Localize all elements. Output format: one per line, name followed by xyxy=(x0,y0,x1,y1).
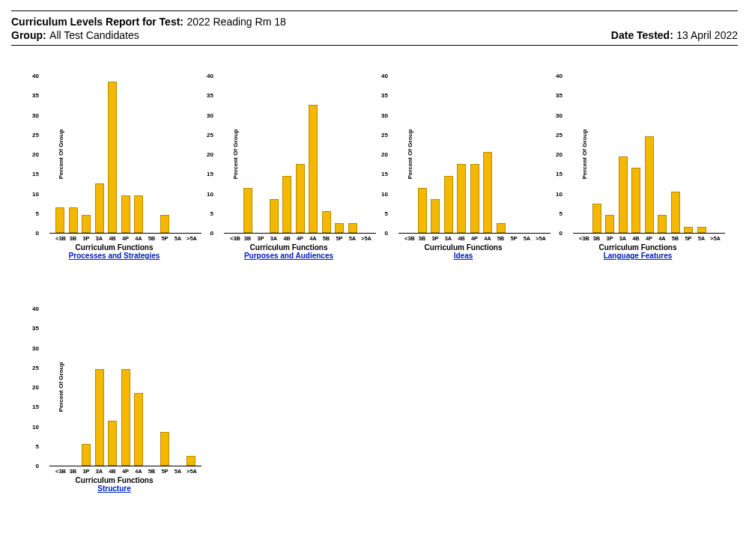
charts-row-2: Percent Of Group0510152025303540<3B3B3P3… xyxy=(30,308,738,493)
bar xyxy=(322,211,331,233)
x-tick: 5B xyxy=(497,235,506,242)
bar xyxy=(309,105,318,233)
x-tick: 3A xyxy=(270,235,279,242)
x-tick: 5A xyxy=(174,235,183,242)
x-tick: 4P xyxy=(121,235,130,242)
bar xyxy=(160,432,169,466)
chart-plot: Percent Of Group0510152025303540 xyxy=(401,76,548,234)
x-ticks: <3B3B3P3A4B4P4A5B5P5A>5A xyxy=(576,234,722,242)
bar xyxy=(187,456,195,466)
bar xyxy=(134,195,143,233)
y-tick: 15 xyxy=(27,404,39,410)
y-tick: 10 xyxy=(201,190,213,197)
chart-block: Percent Of Group0510152025303540<3B3B3P3… xyxy=(379,76,548,260)
chart-block: Percent Of Group0510152025303540<3B3B3P3… xyxy=(30,76,198,260)
chart-plot: Percent Of Group0510152025303540 xyxy=(52,76,198,234)
bars xyxy=(579,76,719,233)
bar xyxy=(160,215,169,233)
y-tick: 20 xyxy=(27,384,39,391)
x-tick: 5A xyxy=(348,235,357,242)
y-tick: 15 xyxy=(27,171,39,177)
chart-xlabel: Curriculum Functions xyxy=(204,243,373,252)
bar xyxy=(483,152,492,233)
bar xyxy=(497,223,506,233)
x-tick: 4B xyxy=(108,468,117,475)
x-tick: 5A xyxy=(697,235,706,242)
x-tick: >5A xyxy=(536,235,545,242)
x-tick: <3B xyxy=(230,235,239,242)
group-label: Group: xyxy=(11,29,46,41)
chart-block: Percent Of Group0510152025303540<3B3B3P3… xyxy=(554,76,722,260)
bar xyxy=(457,164,466,233)
bar xyxy=(134,393,143,466)
y-tick: 0 xyxy=(376,230,388,237)
bar xyxy=(82,444,91,466)
y-tick: 20 xyxy=(551,151,562,158)
y-tick: 15 xyxy=(201,171,213,177)
chart-block: Percent Of Group0510152025303540<3B3B3P3… xyxy=(204,76,373,260)
bar xyxy=(121,369,130,466)
chart-function-link[interactable]: Processes and Strategies xyxy=(30,252,198,260)
chart-function-link[interactable]: Language Features xyxy=(554,252,722,260)
x-tick: 3P xyxy=(256,235,265,242)
bar xyxy=(108,82,117,233)
bar xyxy=(82,215,91,233)
x-tick: 5A xyxy=(174,468,183,475)
chart-function-link[interactable]: Structure xyxy=(30,484,198,493)
y-tick: 25 xyxy=(27,364,39,371)
x-tick: >5A xyxy=(187,235,195,242)
y-tick: 10 xyxy=(27,190,39,197)
x-tick: 5P xyxy=(684,235,693,242)
y-tick: 30 xyxy=(201,112,213,118)
y-tick: 25 xyxy=(376,131,388,138)
x-tick: >5A xyxy=(710,235,719,242)
y-tick: 0 xyxy=(27,463,39,469)
title-value: 2022 Reading Rm 18 xyxy=(187,16,285,28)
x-tick: 3P xyxy=(82,235,91,242)
chart-xlabel: Curriculum Functions xyxy=(30,243,198,252)
x-tick: 3A xyxy=(444,235,453,242)
y-tick: 40 xyxy=(201,73,213,79)
y-tick: 20 xyxy=(376,151,388,158)
y-tick: 30 xyxy=(27,344,39,351)
y-tick: 30 xyxy=(27,112,39,118)
y-tick: 15 xyxy=(376,171,388,177)
bar xyxy=(671,192,680,233)
chart-function-link[interactable]: Ideas xyxy=(379,252,548,260)
y-tick: 5 xyxy=(376,210,388,216)
charts-grid: Percent Of Group0510152025303540<3B3B3P3… xyxy=(30,76,738,493)
y-tick: 35 xyxy=(376,92,388,99)
y-tick: 40 xyxy=(551,73,562,79)
bar xyxy=(243,188,252,233)
chart-plot: Percent Of Group0510152025303540 xyxy=(227,76,373,234)
bar xyxy=(335,223,344,233)
bar xyxy=(121,195,130,233)
title-label: Curriculum Levels Report for Test: xyxy=(11,16,184,28)
bar xyxy=(296,164,305,233)
x-tick: 4B xyxy=(457,235,466,242)
chart-plot: Percent Of Group0510152025303540 xyxy=(576,76,722,234)
bar xyxy=(619,156,628,233)
bar xyxy=(645,136,654,233)
bar xyxy=(605,215,614,233)
y-tick: 35 xyxy=(27,92,39,99)
bar xyxy=(631,168,640,233)
x-tick: 3B xyxy=(243,235,252,242)
x-tick: 4P xyxy=(470,235,479,242)
bar xyxy=(658,215,667,233)
bar xyxy=(282,176,291,233)
x-ticks: <3B3B3P3A4B4P4A5B5P5A>5A xyxy=(401,234,548,242)
y-tick: 0 xyxy=(201,230,213,237)
chart-function-link[interactable]: Purposes and Audiences xyxy=(204,252,373,260)
x-tick: <3B xyxy=(404,235,413,242)
bar xyxy=(95,369,104,466)
bar xyxy=(108,421,117,466)
chart-xlabel: Curriculum Functions xyxy=(554,243,722,252)
bars xyxy=(404,76,545,233)
bars xyxy=(55,308,195,466)
x-tick: >5A xyxy=(187,468,195,475)
bar xyxy=(684,227,693,233)
bar xyxy=(348,223,357,233)
x-tick: 5B xyxy=(148,468,157,475)
x-tick: 3P xyxy=(605,235,614,242)
